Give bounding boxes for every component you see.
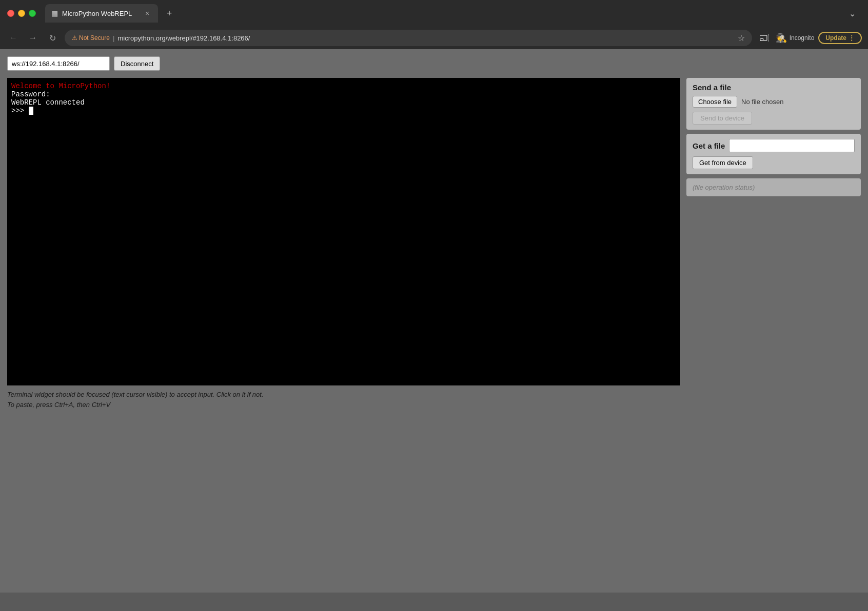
- back-button[interactable]: ←: [6, 31, 21, 45]
- incognito-icon: 🕵: [776, 32, 787, 44]
- svg-rect-0: [760, 35, 767, 40]
- side-panel: Send a file Choose file No file chosen S…: [686, 78, 861, 585]
- warning-icon: ⚠: [72, 34, 77, 42]
- websocket-url-input[interactable]: [7, 56, 110, 71]
- maximize-button[interactable]: [29, 10, 36, 17]
- get-file-input[interactable]: [729, 139, 855, 152]
- terminal-cursor: [29, 107, 33, 115]
- traffic-lights: [7, 10, 36, 17]
- send-file-title: Send a file: [693, 83, 855, 92]
- terminal-prompt-line: >>>: [11, 107, 676, 115]
- get-from-device-button[interactable]: Get from device: [693, 156, 753, 169]
- title-bar: ▦ MicroPython WebREPL × + ⌄: [0, 0, 868, 27]
- tab-menu-button[interactable]: ⌄: [849, 9, 856, 18]
- page-content: Disconnect Welcome to MicroPython! Passw…: [0, 49, 868, 593]
- browser-chrome: ▦ MicroPython WebREPL × + ⌄ ← → ↻ ⚠ Not …: [0, 0, 868, 49]
- active-tab[interactable]: ▦ MicroPython WebREPL ×: [45, 4, 158, 23]
- new-tab-button[interactable]: +: [162, 6, 176, 21]
- minimize-button[interactable]: [18, 10, 25, 17]
- close-button[interactable]: [7, 10, 14, 17]
- no-file-text: No file chosen: [741, 98, 783, 106]
- choose-file-button[interactable]: Choose file: [693, 96, 737, 108]
- address-bar: ← → ↻ ⚠ Not Secure | micropython.org/web…: [0, 27, 868, 49]
- terminal-line-welcome: Welcome to MicroPython!: [11, 82, 676, 90]
- cast-button[interactable]: [757, 31, 772, 45]
- main-layout: Welcome to MicroPython! Password: WebREP…: [7, 78, 861, 585]
- send-to-device-button[interactable]: Send to device: [693, 112, 752, 125]
- send-file-section: Send a file Choose file No file chosen S…: [686, 78, 861, 130]
- tab-icon: ▦: [51, 9, 58, 17]
- terminal-hint: Terminal widget should be focused (text …: [7, 390, 680, 410]
- url-text: micropython.org/webrepl/#192.168.4.1:826…: [117, 34, 250, 42]
- omnibox[interactable]: ⚠ Not Secure | micropython.org/webrepl/#…: [65, 30, 752, 46]
- omnibox-right: ☆: [738, 33, 745, 43]
- tab-close-button[interactable]: ×: [143, 9, 152, 18]
- forward-button[interactable]: →: [26, 31, 40, 45]
- terminal-line-connected: WebREPL connected: [11, 98, 676, 107]
- terminal-line-password: Password:: [11, 90, 676, 98]
- file-input-row: Choose file No file chosen: [693, 96, 855, 108]
- incognito-label: Incognito: [790, 34, 815, 42]
- get-file-row: Get a file: [693, 139, 855, 152]
- terminal[interactable]: Welcome to MicroPython! Password: WebREP…: [7, 78, 680, 385]
- connection-bar: Disconnect: [7, 56, 861, 71]
- incognito-indicator: 🕵 Incognito: [776, 32, 815, 44]
- file-operation-status: (file operation status): [686, 178, 861, 196]
- reload-button[interactable]: ↻: [45, 31, 60, 45]
- terminal-wrapper: Welcome to MicroPython! Password: WebREP…: [7, 78, 680, 585]
- bookmark-icon[interactable]: ☆: [738, 33, 745, 43]
- tab-title: MicroPython WebREPL: [62, 10, 132, 17]
- toolbar-right: 🕵 Incognito Update ⋮: [757, 31, 862, 45]
- update-button[interactable]: Update ⋮: [818, 32, 862, 44]
- get-file-section: Get a file Get from device: [686, 134, 861, 174]
- get-file-title: Get a file: [693, 141, 725, 150]
- disconnect-button[interactable]: Disconnect: [114, 56, 160, 71]
- not-secure-indicator: ⚠ Not Secure: [72, 34, 110, 42]
